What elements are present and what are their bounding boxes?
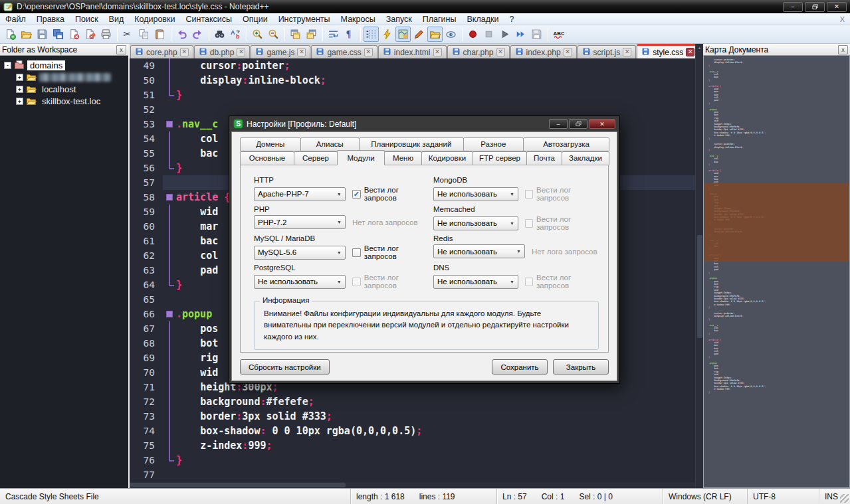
document-map-close-icon[interactable]: x (838, 45, 848, 54)
menu-close-icon[interactable]: X (840, 15, 850, 23)
settings-tab-Автозагрузка[interactable]: Автозагрузка (523, 137, 609, 151)
module-version-dropdown[interactable]: Не использовать▼ (254, 275, 346, 289)
document-map-icon[interactable] (395, 27, 411, 42)
fold-marker-icon[interactable] (166, 194, 173, 201)
tree-item-localhost[interactable]: +localhost (0, 83, 128, 95)
settings-tab-Модули[interactable]: Модули (337, 150, 385, 165)
menu-item-Плагины[interactable]: Плагины (417, 13, 462, 25)
function-list-icon[interactable] (379, 27, 395, 42)
dialog-minimize-button[interactable]: – (549, 119, 568, 129)
fold-margin[interactable] (163, 336, 176, 351)
tab-close-icon[interactable]: ✕ (623, 48, 631, 56)
macro-stop-icon[interactable] (481, 27, 496, 42)
fold-margin[interactable] (163, 205, 176, 219)
menu-item-Вкладки[interactable]: Вкладки (461, 13, 504, 25)
minimap-viewport[interactable] (704, 183, 849, 262)
sync-horizontal-icon[interactable] (304, 27, 319, 42)
tab-close-icon[interactable]: ✕ (297, 48, 306, 56)
menu-item-Запуск[interactable]: Запуск (381, 13, 417, 25)
settings-tab-Алиасы[interactable]: Алиасы (300, 137, 360, 151)
settings-tab-Основные[interactable]: Основные (240, 151, 294, 165)
fold-margin[interactable] (163, 321, 176, 336)
scroll-up-icon[interactable]: ▲ (696, 44, 703, 52)
workspace-panel-close-icon[interactable]: x (116, 45, 126, 54)
tab-game.css[interactable]: game.css✕ (311, 45, 377, 58)
dialog-close-button[interactable]: ✕ (589, 119, 615, 129)
tab-close-icon[interactable]: ✕ (686, 48, 694, 56)
settings-tab-Закладки[interactable]: Закладки (562, 151, 609, 165)
fold-margin[interactable] (163, 438, 176, 453)
fold-marker-icon[interactable] (166, 311, 173, 317)
close-button[interactable]: ✕ (827, 2, 847, 12)
undo-icon[interactable] (174, 27, 189, 42)
fold-margin[interactable] (163, 58, 176, 73)
fold-margin[interactable] (163, 351, 176, 365)
cut-icon[interactable]: ✂ (120, 27, 136, 42)
module-version-dropdown[interactable]: PHP-7.2▼ (254, 215, 346, 229)
settings-tab-FTP сервер[interactable]: FTP сервер (473, 151, 527, 165)
fold-margin[interactable] (163, 88, 176, 102)
print-icon[interactable] (98, 27, 114, 42)
menu-item-Макросы[interactable]: Макросы (336, 13, 381, 25)
module-version-dropdown[interactable]: Apache-PHP-7▼ (254, 187, 346, 201)
checkbox-icon[interactable] (352, 248, 361, 257)
open-file-icon[interactable] (19, 27, 34, 42)
fold-margin[interactable] (163, 190, 176, 205)
expand-icon[interactable]: + (16, 98, 23, 105)
document-switcher-icon[interactable] (443, 27, 459, 42)
menu-item-Синтаксисы[interactable]: Синтаксисы (180, 13, 237, 25)
menu-item-Инструменты[interactable]: Инструменты (273, 13, 336, 25)
fold-margin[interactable] (163, 219, 176, 234)
sync-vertical-icon[interactable] (288, 27, 303, 42)
horizontal-scrollbar[interactable] (130, 482, 695, 488)
dialog-close-action-button[interactable]: Закрыть (553, 359, 609, 375)
word-wrap-icon[interactable] (326, 27, 341, 42)
find-icon[interactable] (212, 27, 227, 42)
menu-item-Опции[interactable]: Опции (237, 13, 273, 25)
fold-margin[interactable] (163, 234, 176, 248)
minimize-button[interactable]: – (783, 2, 803, 12)
menu-item-Файл[interactable]: Файл (0, 13, 31, 25)
module-version-dropdown[interactable]: MySQL-5.6▼ (254, 246, 346, 260)
vertical-scrollbar[interactable]: ▲ (695, 44, 703, 488)
show-all-characters-icon[interactable]: ¶ (342, 27, 357, 42)
menu-item-Вид[interactable]: Вид (104, 13, 130, 25)
save-button[interactable]: Сохранить (492, 359, 548, 375)
settings-tab-Планировщик заданий[interactable]: Планировщик заданий (359, 137, 464, 151)
tab-char.php[interactable]: char.php✕ (447, 45, 510, 58)
settings-tab-Меню[interactable]: Меню (384, 151, 422, 165)
module-version-dropdown[interactable]: Не использовать▼ (433, 187, 518, 201)
menu-item-Кодировки[interactable]: Кодировки (129, 13, 180, 25)
indent-guide-icon[interactable] (364, 27, 379, 42)
fold-margin[interactable] (163, 263, 176, 278)
tab-script.js[interactable]: script.js✕ (578, 45, 637, 58)
tab-style.css[interactable]: style.css✕ (637, 44, 695, 58)
zoom-in-icon[interactable] (250, 27, 265, 42)
horizontal-scrollbar-thumb[interactable] (130, 483, 346, 487)
fold-margin[interactable] (163, 102, 176, 117)
log-requests-option[interactable]: ✓Вести лог запросов (352, 186, 433, 202)
fold-margin[interactable] (163, 73, 176, 88)
fold-margin[interactable] (163, 278, 176, 292)
collapse-icon[interactable]: - (4, 62, 11, 69)
close-all-icon[interactable] (82, 27, 98, 42)
module-version-dropdown[interactable]: Не использовать▼ (433, 216, 518, 230)
tab-index.php[interactable]: index.php✕ (510, 45, 577, 58)
macro-playback-multiple-icon[interactable] (513, 27, 528, 42)
module-version-dropdown[interactable]: Не использовать▼ (433, 244, 525, 258)
fold-margin[interactable] (163, 248, 176, 263)
settings-tab-Кодировки[interactable]: Кодировки (421, 151, 473, 165)
expand-icon[interactable]: + (16, 86, 23, 93)
folder-as-workspace-icon[interactable] (427, 27, 443, 42)
settings-tab-Домены[interactable]: Домены (240, 137, 301, 151)
fold-margin[interactable] (163, 307, 176, 321)
fold-margin[interactable] (163, 146, 176, 161)
fold-margin[interactable] (163, 467, 176, 482)
tab-close-icon[interactable]: ✕ (364, 48, 373, 56)
close-file-icon[interactable] (66, 27, 82, 42)
edit-marker-icon[interactable] (411, 27, 427, 42)
save-file-icon[interactable] (35, 27, 50, 42)
tab-db.php[interactable]: db.php✕ (194, 45, 251, 58)
redo-icon[interactable] (190, 27, 205, 42)
tab-index.html[interactable]: index.html✕ (378, 45, 447, 58)
